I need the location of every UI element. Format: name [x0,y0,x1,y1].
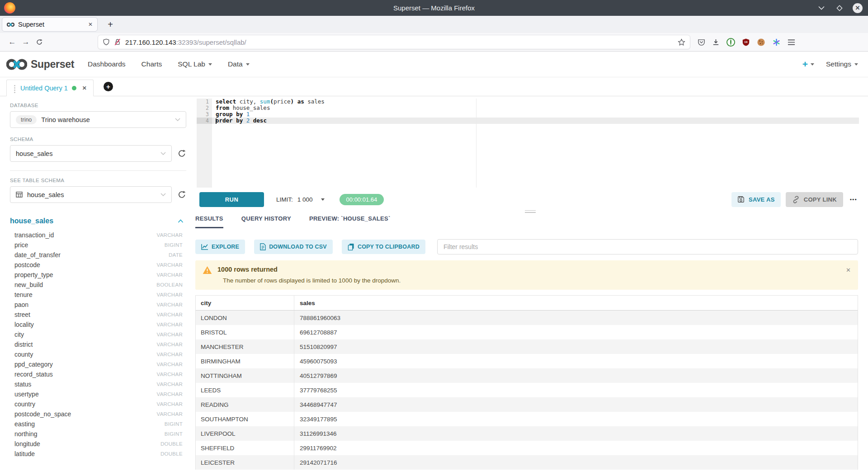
elapsed-time-badge: 00:00:01.64 [340,194,384,205]
privacy-badger-icon[interactable] [726,38,735,47]
column-header-sales[interactable]: sales [294,296,858,310]
drag-handle-icon[interactable] [14,87,15,89]
ublock-icon[interactable]: U0 [742,38,750,47]
main-nav: Dashboards Charts SQL Lab Data [88,60,250,68]
superset-logo-icon [6,58,27,71]
schema-column-row: countyVARCHAR [10,349,186,359]
alert-close-icon[interactable]: ✕ [846,267,851,273]
column-type: VARCHAR [157,391,183,397]
schema-column-row: longitudeDOUBLE [10,439,186,449]
schema-column-row: tenureVARCHAR [10,290,186,300]
lock-insecure-icon[interactable] [114,38,121,46]
schema-column-row: postcodeVARCHAR [10,260,186,270]
cell-city: NOTTINGHAM [196,368,294,383]
url-text: 217.160.120.143:32393/superset/sqllab/ [125,38,674,46]
sql-editor[interactable]: 1234 select city, sum(price) as salesfro… [197,99,859,188]
tab-close-icon[interactable]: ✕ [88,21,93,28]
code-line: select city, sum(price) as sales [212,99,859,105]
schema-column-row: record_statusVARCHAR [10,369,186,379]
cell-city: SOUTHAMPTON [196,412,294,426]
minimize-icon[interactable] [816,3,826,13]
tab-preview[interactable]: PREVIEW: `HOUSE_SALES` [309,215,391,228]
column-type: VARCHAR [157,411,183,417]
shield-icon[interactable] [103,38,110,46]
refresh-table-icon[interactable] [178,190,186,199]
nav-item-sql-lab[interactable]: SQL Lab [178,60,212,68]
schema-column-row: property_typeVARCHAR [10,270,186,280]
menu-icon[interactable] [788,39,795,46]
table-value: house_sales [27,191,156,198]
superset-brand[interactable]: Superset [6,58,74,71]
database-engine-badge: trino [16,115,37,124]
refresh-schema-icon[interactable] [178,149,186,158]
schema-column-row: priceBIGINT [10,240,186,250]
nav-item-dashboards[interactable]: Dashboards [88,60,126,68]
schema-column-row: northingBIGINT [10,429,186,439]
back-icon[interactable]: ← [5,38,19,47]
settings-menu[interactable]: Settings [826,60,858,68]
pocket-icon[interactable] [698,38,705,46]
filter-results-input[interactable] [437,239,858,254]
database-select[interactable]: trino Trino warehouse [10,111,186,128]
new-query-tab-button[interactable]: + [104,82,113,91]
table-row: READING34468947747 [196,397,858,412]
column-header-city[interactable]: city [196,296,294,310]
schema-select[interactable]: house_sales [10,145,172,162]
add-new-button[interactable]: + [802,59,814,70]
limit-dropdown[interactable]: LIMIT: 1 000 [276,196,325,203]
container-asterisk-icon[interactable] [772,38,781,47]
pane-resize-handle[interactable] [192,207,868,215]
download-csv-button[interactable]: DOWNLOAD TO CSV [254,240,333,254]
copy-to-clipboard-button[interactable]: COPY TO CLIPBOARD [342,240,425,254]
schema-column-row: paonVARCHAR [10,300,186,310]
forward-icon[interactable]: → [19,38,33,47]
table-icon [16,192,23,198]
run-button[interactable]: RUN [199,192,264,207]
column-type: VARCHAR [157,312,183,317]
download-icon[interactable] [712,38,720,46]
column-type: VARCHAR [157,362,183,367]
reload-icon[interactable] [33,38,46,46]
file-icon [260,243,266,250]
column-name: postcode_no_space [14,410,71,418]
browser-tab[interactable]: Superset ✕ [2,17,98,32]
close-icon[interactable]: ✕ [853,3,863,13]
tab-query-history[interactable]: QUERY HISTORY [241,215,291,228]
chevron-down-icon [811,63,814,66]
tab-results[interactable]: RESULTS [195,215,223,228]
query-tab-title: Untitled Query 1 [20,85,68,92]
column-name: transaction_id [14,231,54,239]
explore-button[interactable]: EXPLORE [195,240,245,254]
results-table-body: LONDON788861960063BRISTOL69612708887MANC… [196,311,858,470]
save-as-button[interactable]: SAVE AS [731,192,781,207]
table-select[interactable]: house_sales [10,186,172,203]
cookie-icon[interactable] [757,38,765,47]
schema-column-row: usertypeVARCHAR [10,389,186,399]
url-bar[interactable]: 217.160.120.143:32393/superset/sqllab/ [98,35,690,49]
nav-item-data[interactable]: Data [228,60,250,68]
column-type: VARCHAR [157,232,183,238]
copy-link-button[interactable]: COPY LINK [786,192,843,207]
query-tab[interactable]: Untitled Query 1 ✕ [6,80,94,96]
table-schema-title[interactable]: house_sales [10,217,53,225]
column-name: street [14,311,30,318]
database-value: Trino warehouse [41,116,170,123]
column-name: new_build [14,281,43,288]
column-type: VARCHAR [157,292,183,297]
column-name: paon [14,301,28,308]
maximize-icon[interactable] [835,3,844,13]
nav-item-charts[interactable]: Charts [142,60,162,68]
collapse-chevron-up-icon[interactable] [178,219,184,223]
column-name: usertype [14,391,39,398]
new-tab-icon[interactable]: + [104,19,117,30]
column-name: record_status [14,371,53,378]
bookmark-star-icon[interactable] [678,38,685,46]
column-name: county [14,351,33,358]
column-name: tenure [14,291,33,298]
more-options-button[interactable]: ••• [848,197,859,202]
cell-city: MANCHESTER [196,339,294,354]
column-type: VARCHAR [157,342,183,347]
limit-label: LIMIT: [276,196,293,203]
query-tab-close-icon[interactable]: ✕ [82,85,87,91]
rows-returned-alert: 1000 rows returned The number of rows di… [195,260,858,290]
